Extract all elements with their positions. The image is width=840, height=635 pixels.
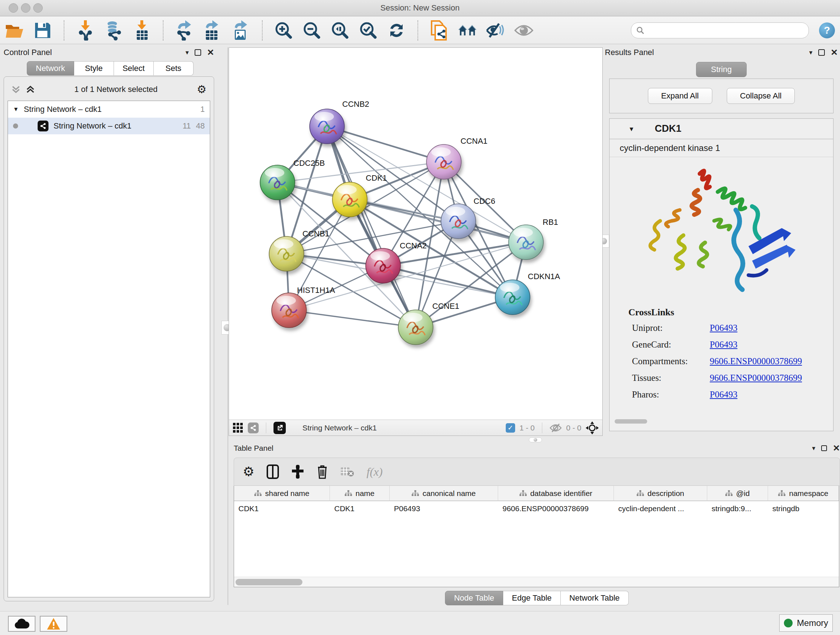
export-table-icon[interactable] — [203, 21, 222, 40]
edge-CCNB2-CCNA1[interactable] — [327, 126, 444, 162]
memory-button[interactable]: Memory — [779, 614, 833, 632]
import-table-file-icon[interactable] — [133, 21, 151, 40]
network-node-count: 11 — [183, 121, 191, 131]
panel-menu-icon[interactable]: ▾ — [809, 49, 813, 57]
edge-CCNB2-CCNE1[interactable] — [327, 126, 416, 327]
delete-column-icon[interactable] — [317, 464, 328, 479]
save-session-icon[interactable] — [33, 21, 52, 40]
show-graphics-details-eye-icon[interactable] — [515, 21, 533, 40]
zoom-in-icon[interactable] — [274, 21, 293, 40]
network-row[interactable]: String Network – cdk1 11 48 — [8, 118, 210, 134]
column-header-shared-name[interactable]: shared name — [234, 486, 330, 501]
column-header-description[interactable]: description — [614, 486, 707, 501]
network-edge-count: 48 — [196, 121, 205, 131]
birdseye-grid-icon[interactable] — [233, 423, 243, 433]
panel-menu-icon[interactable]: ▾ — [812, 444, 815, 452]
tab-edge-table[interactable]: Edge Table — [503, 591, 561, 605]
search-input[interactable] — [647, 26, 804, 35]
export-image-icon[interactable] — [232, 21, 250, 40]
search-field[interactable] — [631, 22, 809, 38]
crosslink-value-link[interactable]: P06493 — [710, 323, 737, 333]
close-panel-icon[interactable]: ✕ — [207, 48, 214, 57]
status-bar: Memory — [0, 611, 840, 635]
export-network-icon[interactable] — [175, 21, 194, 40]
network-badge-icon[interactable] — [248, 423, 259, 433]
tree-expand-icon[interactable]: ▼ — [13, 106, 19, 112]
network-canvas[interactable]: CCNB2CCNA1CDC25BCDK1CDC6RB1CCNB1CCNA2CDK… — [229, 48, 602, 420]
column-header-canonical-name[interactable]: canonical name — [390, 486, 498, 501]
column-header--id[interactable]: @id — [707, 486, 768, 501]
table-cell[interactable]: CDK1 — [234, 501, 330, 516]
tab-network-table[interactable]: Network Table — [561, 591, 629, 605]
node-label: CCNE1 — [432, 302, 459, 310]
column-header-database-identifier[interactable]: database identifier — [498, 486, 614, 501]
zoom-fit-icon[interactable] — [331, 21, 349, 40]
collapse-all-button[interactable]: Collapse All — [727, 88, 795, 104]
float-panel-icon[interactable] — [195, 49, 201, 56]
tab-style[interactable]: Style — [74, 61, 114, 76]
node-RB1[interactable]: RB1 — [508, 218, 558, 260]
table-cell[interactable]: P06493 — [390, 501, 498, 516]
close-panel-icon[interactable]: ✕ — [833, 443, 840, 453]
enhanced-graphics-eye-icon[interactable] — [486, 21, 505, 40]
fit-content-crosshair-icon[interactable] — [586, 421, 599, 434]
table-hscrollbar[interactable] — [234, 577, 839, 587]
collapse-all-icon[interactable] — [11, 85, 21, 94]
selected-checkbox-icon[interactable]: ✓ — [506, 423, 515, 432]
delete-table-icon[interactable] — [340, 466, 354, 477]
node-CCNA1[interactable]: CCNA1 — [426, 136, 488, 179]
refresh-icon[interactable] — [387, 21, 406, 40]
results-hscrollbar[interactable] — [615, 419, 647, 424]
crosslink-value-link[interactable]: 9606.ENSP00000378699 — [710, 356, 802, 366]
import-network-database-icon[interactable] — [104, 21, 123, 40]
crosslink-value-link[interactable]: 9606.ENSP00000378699 — [710, 373, 802, 383]
node-CCNB1[interactable]: CCNB1 — [269, 229, 330, 271]
column-header-namespace[interactable]: namespace — [768, 486, 839, 501]
open-external-icon[interactable] — [273, 422, 286, 434]
tab-select[interactable]: Select — [114, 61, 154, 76]
expand-all-icon[interactable] — [26, 85, 35, 94]
table-cell[interactable]: stringdb — [768, 501, 839, 516]
crosslink-value-link[interactable]: P06493 — [710, 390, 737, 400]
expand-all-button[interactable]: Expand All — [648, 88, 712, 104]
float-panel-icon[interactable] — [818, 49, 825, 56]
export-as-web-page-icon[interactable] — [430, 21, 448, 40]
import-network-file-icon[interactable] — [76, 21, 95, 40]
zoom-out-icon[interactable] — [302, 21, 321, 40]
string-home-icon[interactable] — [458, 21, 477, 40]
table-cell[interactable]: CDK1 — [330, 501, 390, 516]
node-HIST1H1A[interactable]: HIST1H1A — [272, 286, 335, 328]
function-builder-icon[interactable]: f(x) — [366, 465, 382, 478]
table-cell[interactable]: cyclin-dependent ... — [614, 501, 707, 516]
crosslink-label: Uniprot: — [632, 323, 710, 333]
help-icon[interactable]: ? — [819, 22, 835, 38]
table-hscrollbar-thumb[interactable] — [235, 579, 302, 585]
tab-string[interactable]: String — [696, 62, 746, 77]
cloud-status-button[interactable] — [8, 616, 35, 632]
float-panel-icon[interactable] — [821, 445, 827, 451]
tab-node-table[interactable]: Node Table — [445, 591, 503, 605]
tab-sets[interactable]: Sets — [154, 61, 194, 76]
network-collection-row[interactable]: ▼ String Network – cdk1 1 — [8, 101, 210, 118]
table-cell[interactable]: 9606.ENSP00000378699 — [498, 501, 614, 516]
show-columns-icon[interactable] — [267, 464, 279, 479]
column-header-name[interactable]: name — [330, 486, 390, 501]
collapse-gene-icon[interactable]: ▾ — [630, 125, 633, 133]
table-cell[interactable]: stringdb:9... — [707, 501, 768, 516]
network-options-gear-icon[interactable]: ⚙ — [197, 84, 207, 95]
node-label: CDKN1A — [528, 272, 561, 281]
close-panel-icon[interactable]: ✕ — [831, 48, 838, 57]
add-column-icon[interactable] — [291, 464, 304, 479]
tab-network[interactable]: Network — [27, 61, 74, 76]
table-options-gear-icon[interactable]: ⚙ — [243, 465, 254, 478]
zoom-selected-icon[interactable] — [359, 21, 378, 40]
warning-status-button[interactable] — [40, 616, 67, 632]
panel-menu-icon[interactable]: ▾ — [186, 49, 189, 57]
edge-HIST1H1A-CCNE1[interactable] — [289, 310, 416, 327]
bottom-splitter-grip[interactable] — [529, 437, 542, 442]
crosslink-value-link[interactable]: P06493 — [710, 340, 737, 350]
open-session-icon[interactable] — [5, 21, 24, 40]
node-CDKN1A[interactable]: CDKN1A — [495, 272, 561, 315]
node-CDK1[interactable]: CDK1 — [332, 173, 387, 217]
network-graph[interactable]: CCNB2CCNA1CDC25BCDK1CDC6RB1CCNB1CCNA2CDK… — [229, 48, 602, 420]
